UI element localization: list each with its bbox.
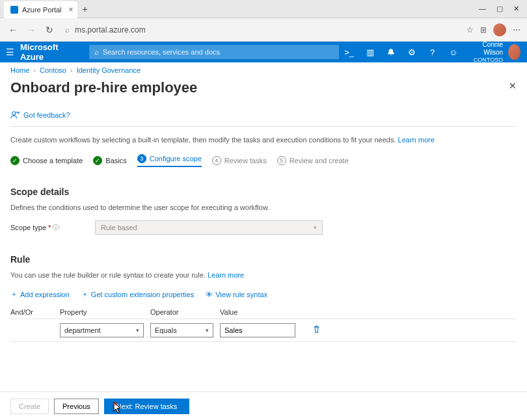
feedback-label: Got feedback?: [23, 111, 70, 119]
chevron-right-icon: ›: [33, 66, 36, 74]
svg-point-0: [12, 112, 16, 115]
view-rule-syntax-button[interactable]: 👁︎ View rule syntax: [206, 289, 267, 299]
get-custom-properties-button[interactable]: ＋ Get custom extension properties: [81, 289, 194, 299]
azure-favicon: [10, 6, 18, 14]
page-description: Create custom workflows by selecting a b…: [10, 136, 517, 144]
maximize-icon[interactable]: ▢: [496, 5, 503, 13]
favorite-icon[interactable]: ☆: [466, 25, 474, 34]
back-button[interactable]: ←: [7, 25, 20, 35]
col-header-property: Property: [60, 308, 150, 316]
notifications-icon[interactable]: 🔔︎: [381, 47, 401, 57]
azure-top-bar: ☰ Microsoft Azure ⌕ >_ ▥ 🔔︎ ⚙ ? ☺ Connie…: [0, 42, 527, 62]
value-input[interactable]: [220, 323, 295, 337]
chevron-down-icon: ▾: [136, 327, 139, 334]
rule-builder-table: And/Or Property Operator Value departmen…: [10, 308, 517, 342]
step-review-tasks[interactable]: 4 Review tasks: [212, 156, 267, 165]
check-icon: ✓: [10, 156, 20, 165]
plus-icon: ＋: [10, 289, 18, 299]
create-button: Create: [10, 399, 49, 414]
scope-type-label: Scope type * ⓘ: [10, 223, 95, 232]
minimize-icon[interactable]: —: [479, 5, 486, 13]
search-icon: ⌕: [94, 47, 99, 57]
directories-icon[interactable]: ▥: [360, 47, 381, 57]
close-window-icon[interactable]: ✕: [513, 5, 519, 13]
settings-icon[interactable]: ⚙: [401, 47, 422, 57]
user-name: Connie Wilson: [470, 41, 504, 57]
browser-tab-strip: Azure Portal × + — ▢ ✕: [0, 0, 527, 18]
step-configure-scope[interactable]: 3 Configure scope: [137, 154, 202, 167]
refresh-button[interactable]: ↻: [43, 25, 56, 35]
add-expression-button[interactable]: ＋ Add expression: [10, 289, 70, 299]
user-menu[interactable]: Connie Wilson CONTOSO: [464, 41, 527, 64]
eye-icon: 👁︎: [206, 291, 213, 298]
check-icon: ✓: [93, 156, 102, 165]
scope-type-select: Rule based ▾: [95, 220, 323, 235]
url-input[interactable]: ⌕ ms.portal.azure.com: [61, 25, 461, 34]
menu-button[interactable]: ☰: [0, 47, 20, 57]
feedback-person-icon: [10, 111, 20, 120]
breadcrumb-contoso[interactable]: Contoso: [40, 66, 66, 74]
plus-icon: ＋: [81, 289, 88, 299]
chevron-down-icon: ▾: [314, 224, 317, 231]
new-tab-button[interactable]: +: [83, 4, 88, 14]
breadcrumb-identity-governance[interactable]: Identity Governance: [77, 66, 141, 74]
wizard-footer: Create Previous Next: Review tasks: [0, 391, 527, 420]
breadcrumb: Home › Contoso › Identity Governance: [0, 62, 527, 78]
search-icon: ⌕: [65, 25, 70, 34]
delete-row-button[interactable]: [312, 325, 321, 335]
col-header-andor: And/Or: [10, 308, 60, 316]
tab-title: Azure Portal: [22, 6, 62, 14]
user-avatar: [508, 44, 520, 60]
wizard-steps: ✓ Choose a template ✓ Basics 3 Configure…: [10, 154, 517, 167]
feedback-icon[interactable]: ☺: [443, 47, 464, 57]
operator-select[interactable]: Equals ▾: [150, 323, 213, 337]
forward-button: →: [25, 25, 38, 35]
azure-brand: Microsoft Azure: [20, 42, 89, 62]
breadcrumb-home[interactable]: Home: [10, 66, 29, 74]
previous-button[interactable]: Previous: [54, 399, 99, 414]
browser-tab[interactable]: Azure Portal ×: [4, 1, 77, 18]
trash-icon: [312, 325, 321, 334]
address-bar: ← → ↻ ⌕ ms.portal.azure.com ☆ ⊞ ⋯: [0, 18, 527, 42]
info-icon[interactable]: ⓘ: [53, 223, 59, 232]
page-title: Onboard pre-hire employee: [10, 79, 517, 96]
cloud-shell-icon[interactable]: >_: [339, 47, 360, 57]
global-search[interactable]: ⌕: [89, 45, 339, 59]
learn-more-link[interactable]: Learn more: [398, 136, 435, 144]
rule-heading: Rule: [10, 254, 517, 265]
property-select[interactable]: department ▾: [60, 323, 144, 337]
url-text: ms.portal.azure.com: [75, 25, 146, 34]
window-controls: — ▢ ✕: [479, 5, 527, 13]
step-choose-template[interactable]: ✓ Choose a template: [10, 156, 83, 165]
tenant-name: CONTOSO: [470, 57, 504, 64]
step-review-create[interactable]: 5 Review and create: [277, 156, 349, 165]
rule-row: department ▾ Equals ▾: [10, 319, 517, 342]
col-header-operator: Operator: [150, 308, 220, 316]
browser-profile-avatar[interactable]: [493, 23, 506, 36]
search-input[interactable]: [103, 48, 334, 56]
rule-description: You can use the rule builder or rule syn…: [10, 271, 517, 279]
scope-details-heading: Scope details: [10, 187, 517, 197]
chevron-down-icon: ▾: [206, 327, 209, 334]
got-feedback-link[interactable]: Got feedback?: [10, 111, 517, 127]
help-icon[interactable]: ?: [422, 47, 443, 57]
more-icon[interactable]: ⋯: [513, 25, 520, 34]
scope-description: Defines the conditions used to determine…: [10, 203, 517, 211]
close-blade-button[interactable]: ✕: [509, 81, 517, 91]
col-header-value: Value: [220, 308, 299, 316]
next-review-tasks-button[interactable]: Next: Review tasks: [104, 399, 190, 414]
rule-learn-more-link[interactable]: Learn more: [208, 271, 244, 279]
chevron-right-icon: ›: [70, 66, 73, 74]
extensions-icon[interactable]: ⊞: [480, 25, 487, 34]
step-basics[interactable]: ✓ Basics: [93, 156, 126, 165]
close-tab-icon[interactable]: ×: [69, 5, 74, 14]
